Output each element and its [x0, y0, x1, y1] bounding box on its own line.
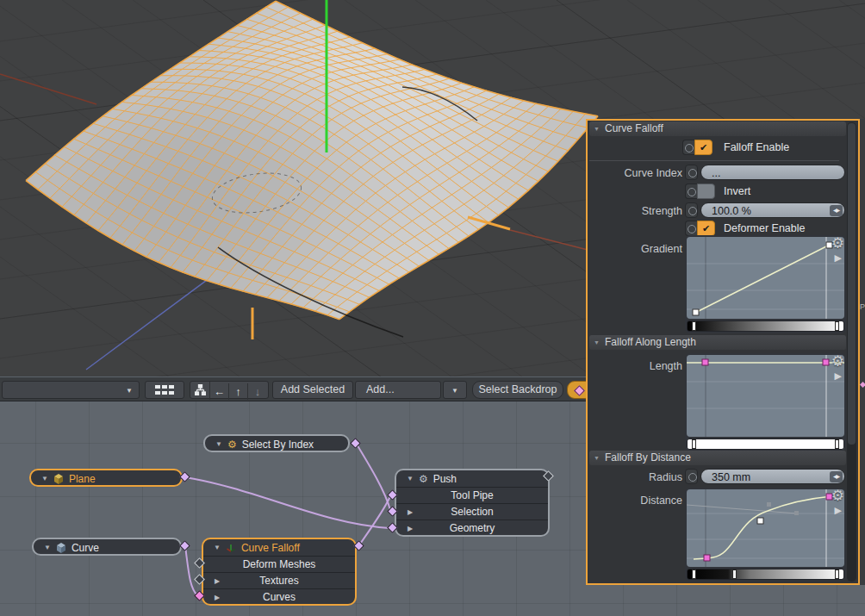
add-selected-button[interactable]: Add Selected — [272, 381, 353, 399]
add-button[interactable]: Add... — [355, 381, 441, 399]
nav-down-button[interactable]: ↓ — [248, 383, 267, 400]
chevron-down-icon: ▼ — [215, 441, 222, 448]
divider — [589, 160, 839, 161]
deformer-enable-checkbox[interactable]: ✔ — [685, 221, 715, 236]
node-row-tool-pipe[interactable]: Tool Pipe — [396, 487, 548, 503]
node-curve[interactable]: ▼ Curve — [32, 538, 182, 556]
length-gradient-bar[interactable] — [687, 439, 844, 450]
strength-field[interactable]: 100.0 % ◀▶ — [700, 202, 845, 218]
expand-arrow-icon[interactable]: ▶ — [408, 525, 413, 532]
gradient-handle[interactable] — [835, 321, 839, 331]
scrollbar-thumb[interactable] — [848, 123, 856, 445]
diamond-icon — [860, 382, 865, 388]
row-label: Curves — [263, 591, 296, 603]
node-curve-falloff[interactable]: ▼ Curve Falloff Deform Meshes ▶Textures … — [202, 538, 357, 606]
node-select-by-index[interactable]: ▼ ⚙ Select By Index — [203, 434, 350, 452]
expand-arrow-icon[interactable]: ▶ — [835, 370, 842, 382]
node-row-curves[interactable]: ▶Curves — [203, 588, 355, 605]
curve-falloff-properties-panel: ▼ Curve Falloff ✔ Falloff Enable Curve I… — [586, 119, 860, 585]
node-label: Push — [433, 473, 457, 485]
checkbox-check[interactable]: ✔ — [697, 221, 715, 236]
falloff-enable-checkbox[interactable]: ✔ — [682, 140, 713, 155]
right-edge-panel-strip: P — [860, 119, 865, 585]
channel-circle-button[interactable] — [685, 202, 698, 218]
length-curve-editor[interactable]: ⚙ ▶ — [685, 353, 846, 451]
node-label: Curve Falloff — [241, 542, 300, 554]
gear-icon[interactable]: ⚙ — [831, 352, 844, 370]
radius-field[interactable]: 350 mm ◀▶ — [700, 469, 845, 484]
falloff-item-icon — [226, 543, 236, 553]
channel-circle-button[interactable] — [685, 165, 698, 180]
gradient-handle[interactable] — [835, 439, 839, 449]
section-header-curve-falloff[interactable]: ▼ Curve Falloff — [589, 121, 846, 136]
gradient-handle[interactable] — [692, 439, 696, 449]
gradient-label: Gradient — [588, 243, 682, 255]
checkbox-box[interactable] — [697, 184, 715, 199]
expand-arrow-icon[interactable]: ▶ — [835, 505, 842, 516]
section-header-falloff-by-distance[interactable]: ▼ Falloff By Distance — [589, 451, 846, 465]
node-label: Curve — [72, 542, 99, 554]
gear-icon[interactable]: ⚙ — [831, 234, 844, 252]
gradient-handle[interactable] — [835, 569, 839, 579]
checkbox-check[interactable]: ✔ — [694, 140, 713, 155]
distance-curve-editor[interactable]: ⚙ ▶ — [685, 488, 846, 582]
node-push[interactable]: ▼ ⚙ Push Tool Pipe ▶Selection ▶Geometry — [395, 469, 550, 537]
deformer-enable-label: Deformer Enable — [724, 222, 806, 234]
row-label: Geometry — [450, 522, 495, 534]
gradient-handle[interactable] — [732, 569, 737, 579]
channel-circle-icon — [685, 184, 697, 199]
chevron-down-icon: ▼ — [407, 476, 414, 482]
strength-value: 100.0 % — [712, 205, 751, 217]
gradient-curve-editor[interactable]: ⚙ ▶ — [685, 235, 846, 333]
gradient-handle[interactable] — [692, 321, 696, 331]
panel-scrollbar[interactable] — [847, 122, 856, 582]
distance-curve — [687, 489, 844, 567]
expand-arrow-icon[interactable]: ▶ — [408, 508, 413, 516]
gear-icon[interactable]: ⚙ — [831, 487, 844, 505]
section-title: Falloff Along Length — [605, 336, 696, 348]
node-plane[interactable]: ▼ Plane — [29, 469, 183, 487]
gradient-handle[interactable] — [692, 569, 696, 579]
grid-layout-icon — [155, 384, 174, 395]
row-label: Textures — [259, 575, 298, 587]
row-label: Tool Pipe — [451, 489, 493, 501]
schematic-nav-group: ←↑↓ — [190, 381, 269, 399]
section-header-falloff-along-length[interactable]: ▼ Falloff Along Length — [589, 335, 846, 350]
curve-index-label: Curve Index — [588, 167, 682, 179]
chevron-down-icon: ▼ — [41, 476, 48, 482]
row-label: Selection — [451, 506, 493, 518]
invert-checkbox[interactable] — [685, 184, 715, 199]
expand-arrow-icon[interactable]: ▶ — [215, 594, 220, 601]
invert-label: Invert — [724, 185, 750, 197]
strip-label: P — [860, 302, 865, 311]
gear-icon: ⚙ — [227, 439, 237, 450]
node-row-textures[interactable]: ▶Textures — [203, 572, 355, 588]
schematic-workspace-dropdown[interactable]: ▼ — [2, 381, 140, 399]
chevron-down-icon: ▼ — [126, 383, 133, 399]
chevron-down-icon: ▼ — [214, 544, 221, 551]
channel-circle-button[interactable] — [685, 469, 698, 484]
nav-up-button[interactable]: ↑ — [229, 383, 248, 400]
diamond-icon — [574, 385, 585, 396]
expand-arrow-icon[interactable]: ▶ — [835, 252, 842, 264]
mini-slider-icon[interactable]: ◀▶ — [830, 205, 843, 216]
node-row-selection[interactable]: ▶Selection — [396, 503, 548, 520]
section-title: Curve Falloff — [605, 122, 663, 134]
chevron-down-icon: ▼ — [594, 339, 600, 345]
expand-arrow-icon[interactable]: ▶ — [215, 577, 220, 585]
node-row-deform-meshes[interactable]: Deform Meshes — [203, 556, 355, 572]
layout-view-button[interactable] — [145, 381, 184, 399]
node-row-geometry[interactable]: ▶Geometry — [396, 520, 548, 536]
distance-gradient-bar[interactable] — [687, 569, 844, 580]
hierarchy-tree-button[interactable] — [191, 382, 210, 400]
length-label: Length — [588, 360, 682, 372]
select-backdrop-button[interactable]: Select Backdrop — [472, 381, 563, 399]
distance-label: Distance — [588, 495, 682, 507]
gradient-bar[interactable] — [687, 320, 844, 332]
curve-index-field[interactable]: ... — [700, 165, 845, 180]
add-dropdown-button[interactable]: ▼ — [443, 381, 467, 399]
mini-slider-icon[interactable]: ◀▶ — [830, 471, 843, 482]
node-label: Plane — [69, 473, 96, 485]
nav-back-button[interactable]: ← — [210, 383, 229, 400]
hierarchy-icon — [195, 384, 206, 395]
